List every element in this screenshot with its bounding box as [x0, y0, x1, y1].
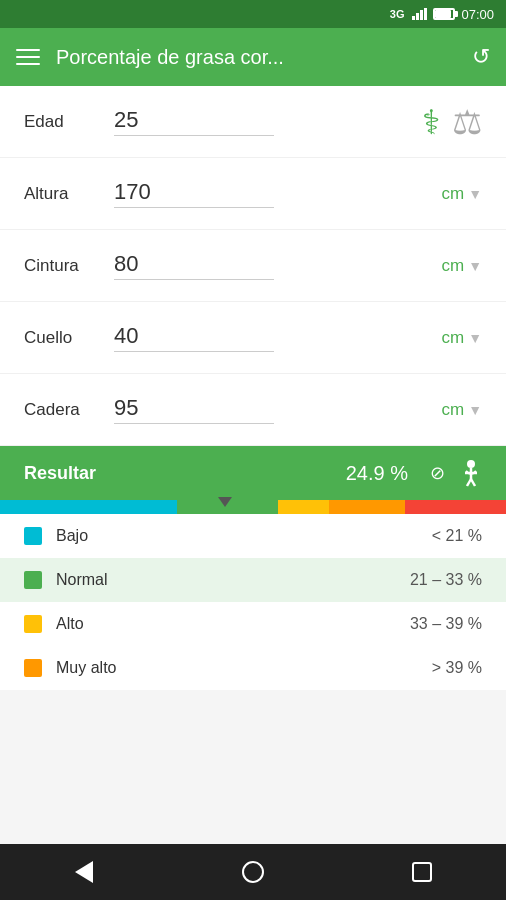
main-content: Edad ⚕ ⚖ Altura cm ▼ Cintura cm ▼	[0, 86, 506, 690]
refresh-button[interactable]: ↺	[472, 44, 490, 70]
status-bar: 3G 07:00	[0, 0, 506, 28]
results-value: 24.9 %	[346, 462, 408, 485]
alto-color-box	[24, 615, 42, 633]
altura-underline	[114, 207, 274, 208]
results-gender-icon: ⊘	[428, 459, 482, 487]
cuello-value-container	[114, 323, 433, 352]
results-label: Resultar	[24, 463, 346, 484]
bajo-label: Bajo	[56, 527, 418, 545]
altura-unit-container[interactable]: cm ▼	[441, 184, 482, 204]
altura-row: Altura cm ▼	[0, 158, 506, 230]
menu-button[interactable]	[16, 49, 40, 65]
cuello-unit-container[interactable]: cm ▼	[441, 328, 482, 348]
cintura-unit: cm	[441, 256, 464, 276]
cuello-input[interactable]	[114, 323, 274, 349]
network-indicator: 3G	[390, 8, 405, 20]
normal-color-box	[24, 571, 42, 589]
recents-button[interactable]	[402, 852, 442, 892]
results-bar: Resultar 24.9 % ⊘	[0, 446, 506, 500]
svg-point-1	[467, 460, 475, 468]
progress-extreme	[405, 500, 506, 514]
legend-normal-row: Normal 21 – 33 %	[0, 558, 506, 602]
cuello-underline	[114, 351, 274, 352]
hamburger-bar-2	[16, 56, 40, 58]
hamburger-bar-3	[16, 63, 40, 65]
home-button[interactable]	[233, 852, 273, 892]
edad-underline	[114, 135, 274, 136]
muy-alto-color-box	[24, 659, 42, 677]
cuello-row: Cuello cm ▼	[0, 302, 506, 374]
back-icon	[75, 861, 93, 883]
cintura-underline	[114, 279, 274, 280]
svg-text:⊘: ⊘	[430, 463, 445, 483]
cadera-unit-container[interactable]: cm ▼	[441, 400, 482, 420]
female-gender-button[interactable]: ⚕	[422, 102, 440, 142]
toolbar-title: Porcentaje de grasa cor...	[56, 46, 456, 69]
altura-dropdown-arrow: ▼	[468, 186, 482, 202]
progress-bajo	[0, 500, 177, 514]
cadera-input[interactable]	[114, 395, 274, 421]
bajo-range: < 21 %	[432, 527, 482, 545]
cadera-label: Cadera	[24, 400, 114, 420]
bajo-color-box	[24, 527, 42, 545]
cintura-unit-container[interactable]: cm ▼	[441, 256, 482, 276]
bottom-navigation	[0, 844, 506, 900]
cuello-label: Cuello	[24, 328, 114, 348]
cadera-row: Cadera cm ▼	[0, 374, 506, 446]
alto-range: 33 – 39 %	[410, 615, 482, 633]
cintura-row: Cintura cm ▼	[0, 230, 506, 302]
svg-line-5	[471, 479, 475, 486]
normal-range: 21 – 33 %	[410, 571, 482, 589]
cintura-input[interactable]	[114, 251, 274, 277]
normal-label: Normal	[56, 571, 396, 589]
cintura-dropdown-arrow: ▼	[468, 258, 482, 274]
edad-value-container	[114, 107, 422, 136]
muy-alto-label: Muy alto	[56, 659, 418, 677]
alto-label: Alto	[56, 615, 396, 633]
edad-label: Edad	[24, 112, 114, 132]
home-icon	[242, 861, 264, 883]
legend-bajo-row: Bajo < 21 %	[0, 514, 506, 558]
altura-label: Altura	[24, 184, 114, 204]
time-display: 07:00	[461, 7, 494, 22]
cuello-dropdown-arrow: ▼	[468, 330, 482, 346]
progress-bar	[0, 500, 506, 514]
progress-indicator	[218, 497, 232, 507]
cintura-value-container	[114, 251, 433, 280]
cintura-label: Cintura	[24, 256, 114, 276]
cadera-dropdown-arrow: ▼	[468, 402, 482, 418]
male-gender-button[interactable]: ⚖	[452, 102, 482, 142]
cadera-underline	[114, 423, 274, 424]
cadera-value-container	[114, 395, 433, 424]
battery-icon	[433, 8, 455, 20]
legend-container: Bajo < 21 % Normal 21 – 33 % Alto 33 – 3…	[0, 514, 506, 690]
muy-alto-range: > 39 %	[432, 659, 482, 677]
progress-alto	[278, 500, 329, 514]
back-button[interactable]	[64, 852, 104, 892]
legend-muy-alto-row: Muy alto > 39 %	[0, 646, 506, 690]
gender-selector: ⚕ ⚖	[422, 102, 482, 142]
altura-unit: cm	[441, 184, 464, 204]
legend-alto-row: Alto 33 – 39 %	[0, 602, 506, 646]
signal-icon	[412, 8, 427, 20]
edad-row: Edad ⚕ ⚖	[0, 86, 506, 158]
altura-value-container	[114, 179, 433, 208]
cuello-unit: cm	[441, 328, 464, 348]
edad-input[interactable]	[114, 107, 274, 133]
cadera-unit: cm	[441, 400, 464, 420]
recents-icon	[412, 862, 432, 882]
hamburger-bar-1	[16, 49, 40, 51]
progress-muy-alto	[329, 500, 405, 514]
altura-input[interactable]	[114, 179, 274, 205]
toolbar: Porcentaje de grasa cor... ↺	[0, 28, 506, 86]
